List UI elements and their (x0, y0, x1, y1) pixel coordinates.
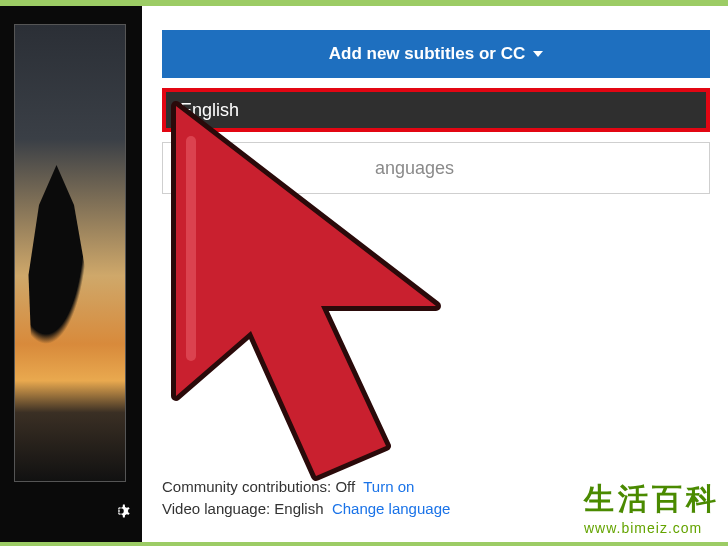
subtitles-pane: Add new subtitles or CC English Search 1… (156, 6, 718, 542)
language-option-label: English (180, 100, 239, 121)
gear-icon[interactable] (110, 500, 132, 526)
caret-down-icon (533, 51, 543, 57)
watermark-url: www.bimeiz.com (584, 520, 720, 536)
content-area: Add new subtitles or CC English Search 1… (0, 6, 728, 542)
footer-info: Community contributions: Off Turn on Vid… (162, 476, 450, 520)
watermark-title: 生活百科 (584, 479, 720, 520)
video-scene (25, 165, 95, 365)
add-subtitles-button[interactable]: Add new subtitles or CC (162, 30, 710, 78)
video-language-value: English (274, 500, 323, 517)
add-subtitles-label: Add new subtitles or CC (329, 44, 525, 64)
search-placeholder-right: anguages (375, 158, 454, 179)
community-value: Off (335, 478, 355, 495)
community-label: Community contributions: (162, 478, 331, 495)
search-placeholder-left: Search 1 (183, 158, 255, 179)
language-option-english[interactable]: English (162, 88, 710, 132)
watermark: 生活百科 www.bimeiz.com (584, 479, 720, 536)
turn-on-link[interactable]: Turn on (363, 478, 414, 495)
video-panel (0, 6, 142, 542)
change-language-link[interactable]: Change language (332, 500, 450, 517)
video-thumbnail (14, 24, 126, 482)
language-search-input[interactable]: Search 1 anguages (162, 142, 710, 194)
video-language-label: Video language: (162, 500, 270, 517)
